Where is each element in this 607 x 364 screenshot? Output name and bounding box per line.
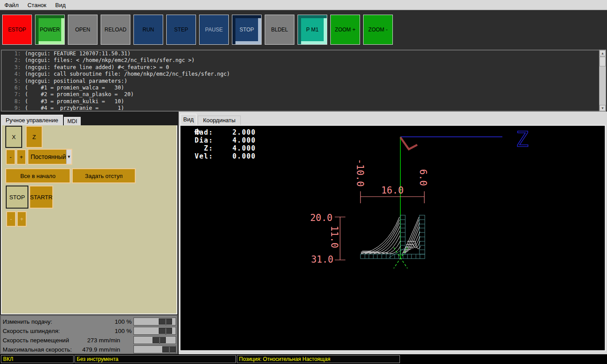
feed-override-value: 100 % — [115, 318, 132, 325]
tool-status: Без инструмента — [74, 355, 236, 363]
log-line: 4:(ngcgui: call subroutine file: /home/n… — [2, 71, 599, 77]
menu-file[interactable]: Файл — [0, 0, 23, 10]
log-line: 1:(ngcgui: FEATURE 120707:11.50.31) — [2, 50, 599, 57]
slider-handle[interactable] — [159, 318, 172, 325]
axis-z-button[interactable]: Z — [26, 126, 43, 148]
max-speed-row: Максимальная скорость: 479.9 mm/min — [3, 345, 177, 354]
home-all-button[interactable]: Все в начало — [5, 168, 70, 183]
log-line: 9:( #4 = przybranie = 1) — [2, 105, 599, 112]
spindle-override-value: 100 % — [115, 328, 132, 334]
max-speed-label: Максимальная скорость: — [3, 346, 72, 353]
step-button[interactable]: STEP — [166, 15, 196, 45]
axis-x-button[interactable]: X — [5, 126, 22, 148]
tab-mdi[interactable]: MDI — [64, 117, 81, 125]
gcode-log-area[interactable]: 1:(ngcgui: FEATURE 120707:11.50.31) 2:(n… — [1, 50, 599, 112]
stop-button[interactable]: STOP — [232, 15, 262, 45]
menu-machine[interactable]: Станок — [23, 0, 51, 10]
backplot-drawing: Z 16.0 -10.0 6.0 20.0 11.0 31.0 — [180, 126, 605, 350]
tab-manual-control[interactable]: Ручное управление — [1, 115, 63, 125]
machine-state-status: ВКЛ — [1, 355, 74, 363]
jog-mode-value: Постоянный — [28, 150, 66, 164]
jog-plus-button[interactable]: + — [16, 149, 26, 165]
scroll-down-icon[interactable]: ▼ — [599, 105, 606, 111]
max-speed-slider[interactable] — [133, 345, 176, 353]
scroll-up-icon[interactable]: ▲ — [599, 50, 606, 56]
spindle-override-row: Скорость шпинделя: 100 % — [3, 326, 177, 335]
zoom-in-button[interactable]: ZOOM + — [330, 15, 360, 45]
chevron-down-icon[interactable]: ▼ — [66, 150, 71, 164]
jog-minus-button[interactable]: - — [6, 149, 16, 165]
dim-right-label: 6.0 — [418, 169, 428, 186]
zoom-out-button[interactable]: ZOOM - — [363, 15, 393, 45]
jog-speed-label: Скорость перемещений — [3, 337, 69, 344]
spindle-plus-button[interactable]: + — [17, 211, 27, 227]
feed-override-slider[interactable] — [133, 318, 176, 325]
dimension-labels: 16.0 -10.0 6.0 20.0 11.0 31.0 — [310, 159, 428, 265]
log-scrollbar[interactable]: ▲ ▼ — [599, 50, 606, 112]
optional-stop-button[interactable]: P M1 — [298, 15, 327, 45]
jog-mode-dropdown[interactable]: Постоянный ▼ — [27, 149, 72, 165]
open-button[interactable]: OPEN — [68, 15, 98, 45]
menu-bar: Файл Станок Вид — [0, 0, 607, 10]
jog-speed-slider[interactable] — [133, 336, 176, 344]
dim-bottom-label: 31.0 — [311, 254, 333, 265]
estop-button[interactable]: ESTOP — [2, 15, 32, 45]
toolbar: ESTOP POWER OPEN RELOAD RUN STEP PAUSE S… — [0, 11, 607, 50]
dim-left-label: -10.0 — [355, 159, 365, 186]
feed-override-row: Изменить подачу: 100 % — [3, 317, 177, 326]
power-button[interactable]: POWER — [35, 15, 65, 45]
log-line: 8:( #3 = promien_kulki = 10) — [2, 98, 599, 105]
tool-marker — [400, 137, 417, 149]
spindle-override-label: Скорость шпинделя: — [3, 328, 60, 334]
position-mode-status: Позиция: Относительная Настоящая — [237, 355, 400, 363]
jog-speed-value: 273 mm/min — [87, 337, 120, 344]
slider-handle[interactable] — [162, 346, 176, 352]
set-offset-button[interactable]: Задать отступ — [72, 168, 136, 183]
dim-top-label: 20.0 — [310, 213, 333, 223]
z-axis-label: Z — [516, 127, 529, 151]
feed-override-label: Изменить подачу: — [3, 318, 52, 325]
tab-coordinates[interactable]: Координаты — [198, 116, 241, 125]
log-line: 2:(ngcgui: files: < /home/nkp/emc2/nc_fi… — [2, 57, 599, 64]
scrollbar-thumb[interactable] — [599, 57, 606, 66]
log-line: 6:( #1 = promien_walca = 30) — [2, 85, 599, 91]
dim-width-label: 16.0 — [381, 185, 404, 196]
reload-button[interactable]: RELOAD — [101, 15, 130, 45]
bldel-button[interactable]: BLDEL — [265, 15, 294, 45]
tab-view[interactable]: Вид — [180, 114, 196, 125]
max-speed-value: 479.9 mm/min — [82, 346, 120, 353]
status-bar: ВКЛ Без инструмента Позиция: Относительн… — [0, 354, 607, 364]
log-line: 5:(ngcgui: positional parameters:) — [2, 78, 599, 85]
spindle-minus-button[interactable]: - — [6, 211, 16, 227]
toolpath-curves — [361, 217, 420, 254]
spindle-override-slider[interactable] — [133, 327, 176, 335]
log-line: 3:(ngcgui: feature line added) #<_featur… — [2, 64, 599, 71]
slider-handle[interactable] — [153, 337, 166, 343]
slider-handle[interactable] — [159, 328, 172, 334]
spindle-start-button[interactable]: STARTR — [29, 186, 53, 209]
run-button[interactable]: RUN — [133, 15, 163, 45]
jog-notebook: Ручное управление MDI X Z - + Постоянный… — [0, 112, 178, 354]
jog-panel: X Z - + Постоянный ▼ Все в начало Задать… — [1, 125, 177, 314]
backplot-canvas[interactable]: Rad: 2.000 Dia: 4.000 Z: 4.000 — [180, 125, 606, 351]
pause-button[interactable]: PAUSE — [199, 15, 229, 45]
spindle-stop-button[interactable]: STOP — [6, 186, 28, 209]
log-line: 7:( #2 = promien_na_plasko = 20) — [2, 91, 599, 98]
view-notebook: Вид Координаты Rad: 2.000 Dia: 4.000 Z: … — [179, 112, 607, 354]
dim-height-label: 11.0 — [329, 226, 340, 248]
jog-speed-row: Скорость перемещений 273 mm/min — [3, 336, 177, 345]
override-panel: Изменить подачу: 100 % Скорость шпинделя… — [0, 315, 178, 354]
menu-view[interactable]: Вид — [51, 0, 70, 10]
dimension-lines — [335, 191, 424, 260]
